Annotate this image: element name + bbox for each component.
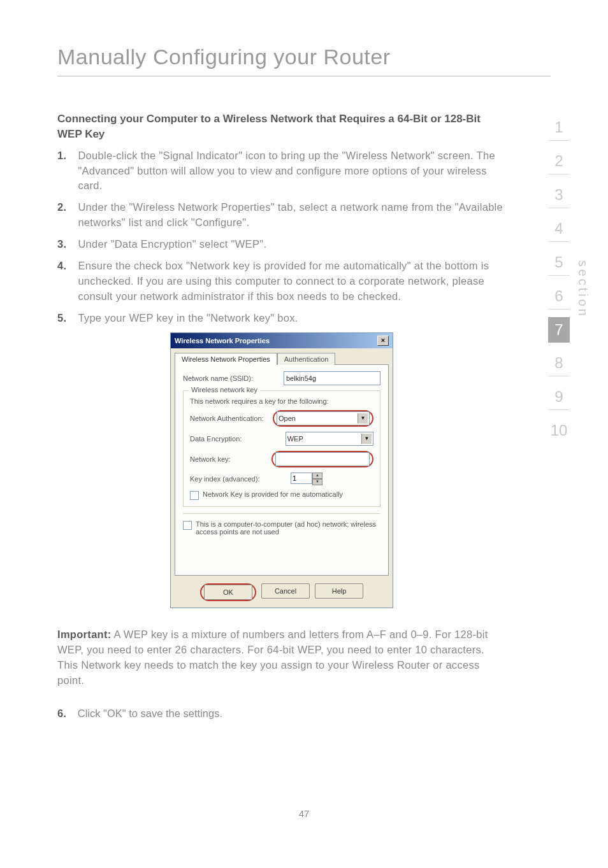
step-number: 3. <box>57 237 66 252</box>
section-nav-item-7[interactable]: 7 <box>548 317 570 343</box>
page-number: 47 <box>0 808 608 819</box>
section-nav-item-1[interactable]: 1 <box>548 115 570 141</box>
ssid-row: Network name (SSID): belkin54g <box>183 371 380 385</box>
important-label: Important: <box>57 629 112 640</box>
step-list: 1.Double-click the "Signal Indicator" ic… <box>57 148 551 326</box>
key-index-label: Key index (advanced): <box>190 475 286 483</box>
section-nav-item-4[interactable]: 4 <box>548 216 570 242</box>
tab-wireless-properties[interactable]: Wireless Network Properties <box>175 353 277 365</box>
section-nav-item-8[interactable]: 8 <box>548 350 570 376</box>
step-text: Under "Data Encryption" select "WEP". <box>78 237 266 252</box>
section-nav-item-5[interactable]: 5 <box>548 250 570 276</box>
auth-select[interactable]: Open ▼ <box>277 411 370 425</box>
section-nav-item-2[interactable]: 2 <box>548 148 570 174</box>
spin-up-icon[interactable]: ▲ <box>312 473 322 479</box>
adhoc-checkbox-row[interactable]: This is a computer-to-computer (ad hoc) … <box>183 520 380 536</box>
title-rule <box>57 76 551 76</box>
auto-key-checkbox-row[interactable]: Network Key is provided for me automatic… <box>190 490 373 500</box>
encryption-row: Data Encryption: WEP ▼ <box>190 432 373 446</box>
group-note: This network requires a key for the foll… <box>190 397 373 405</box>
highlight-circle: OK <box>200 583 256 601</box>
page-title: Manually Configuring your Router <box>57 45 551 69</box>
network-key-input[interactable] <box>275 452 370 466</box>
step-number: 2. <box>57 200 66 231</box>
key-index-stepper[interactable]: ▲ ▼ <box>291 473 322 485</box>
encryption-select[interactable]: WEP ▼ <box>286 432 373 446</box>
tab-authentication[interactable]: Authentication <box>277 353 336 365</box>
highlight-circle <box>271 451 373 467</box>
close-icon[interactable]: × <box>377 336 389 346</box>
step-text: Type your WEP key in the "Network key" b… <box>78 311 298 326</box>
section-label: section <box>575 260 590 318</box>
wireless-properties-dialog: Wireless Network Properties × Wireless N… <box>170 332 393 608</box>
highlight-circle: Open ▼ <box>273 410 373 427</box>
encryption-value: WEP <box>287 435 303 443</box>
step-text: Under the "Wireless Network Properties" … <box>78 200 506 231</box>
dialog-panel: Network name (SSID): belkin54g Wireless … <box>175 364 389 576</box>
auth-row: Network Authentication: Open ▼ <box>190 410 373 427</box>
section-nav: 12345678910 <box>548 115 570 443</box>
encryption-label: Data Encryption: <box>190 435 280 443</box>
ok-button[interactable]: OK <box>204 585 252 600</box>
chevron-down-icon[interactable]: ▼ <box>361 434 372 444</box>
chevron-down-icon[interactable]: ▼ <box>358 413 368 423</box>
checkbox-icon[interactable] <box>183 521 192 530</box>
section-nav-item-9[interactable]: 9 <box>548 384 570 410</box>
section-nav-item-10[interactable]: 10 <box>548 418 570 443</box>
step-number: 1. <box>57 148 66 194</box>
spin-down-icon[interactable]: ▼ <box>312 479 322 485</box>
step-text: Click "OK" to save the settings. <box>78 708 222 720</box>
section-nav-item-6[interactable]: 6 <box>548 283 570 309</box>
auto-key-label: Network Key is provided for me automatic… <box>203 490 343 498</box>
auth-value: Open <box>279 415 296 422</box>
ssid-input[interactable]: belkin54g <box>284 371 380 385</box>
group-title: Wireless network key <box>189 386 260 394</box>
adhoc-label: This is a computer-to-computer (ad hoc) … <box>196 520 380 536</box>
step-text: Double-click the "Signal Indicator" icon… <box>78 148 506 194</box>
step-number: 6. <box>57 708 66 720</box>
ssid-label: Network name (SSID): <box>183 374 279 382</box>
dialog-titlebar[interactable]: Wireless Network Properties × <box>171 333 393 348</box>
cancel-button[interactable]: Cancel <box>261 583 310 599</box>
key-index-value[interactable] <box>291 473 312 484</box>
step-number: 4. <box>57 259 66 304</box>
important-note: Important: A WEP key is a mixture of num… <box>57 627 493 688</box>
section-nav-item-3[interactable]: 3 <box>548 182 570 208</box>
subheading: Connecting your Computer to a Wireless N… <box>57 111 551 142</box>
help-button[interactable]: Help <box>315 583 363 599</box>
list-item: 4.Ensure the check box "Network key is p… <box>57 259 506 304</box>
separator <box>183 513 380 514</box>
wireless-key-group: Wireless network key This network requir… <box>183 390 380 507</box>
dialog-wrapper: Wireless Network Properties × Wireless N… <box>57 332 551 608</box>
step-text: Ensure the check box "Network key is pro… <box>78 259 506 304</box>
list-item: 5.Type your WEP key in the "Network key"… <box>57 311 506 326</box>
dialog-title: Wireless Network Properties <box>175 337 270 345</box>
auth-label: Network Authentication: <box>190 415 268 422</box>
key-index-row: Key index (advanced): ▲ ▼ <box>190 473 373 485</box>
list-item: 2.Under the "Wireless Network Properties… <box>57 200 506 231</box>
checkbox-icon[interactable] <box>190 491 199 500</box>
tab-strip: Wireless Network Properties Authenticati… <box>171 348 393 364</box>
list-item: 3.Under "Data Encryption" select "WEP". <box>57 237 506 252</box>
network-key-row: Network key: <box>190 451 373 467</box>
dialog-button-bar: OK Cancel Help <box>171 580 393 608</box>
list-item: 1.Double-click the "Signal Indicator" ic… <box>57 148 506 194</box>
step-number: 5. <box>57 311 66 326</box>
list-item: 6. Click "OK" to save the settings. <box>57 708 551 720</box>
network-key-label: Network key: <box>190 455 266 463</box>
important-text: A WEP key is a mixture of numbers and le… <box>57 629 488 686</box>
